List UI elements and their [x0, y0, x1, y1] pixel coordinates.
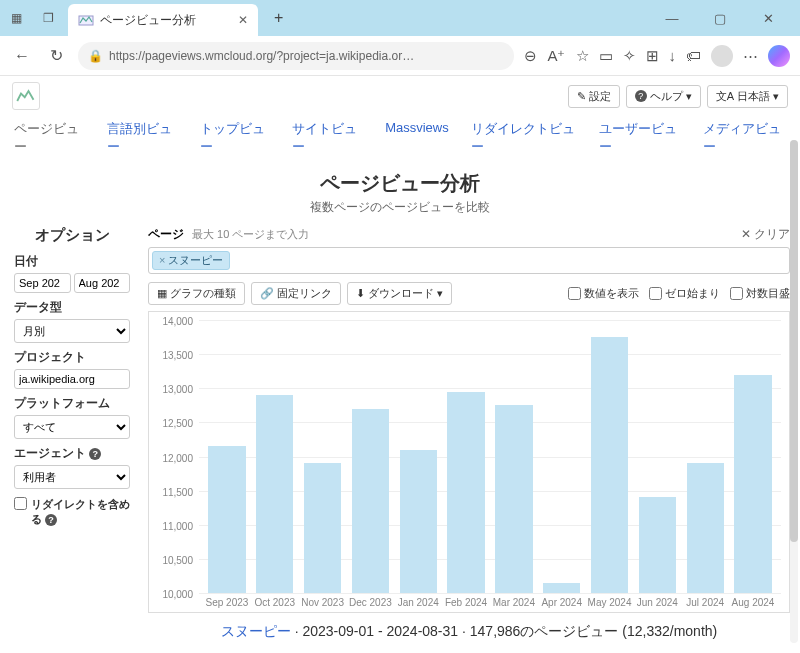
favorites-bar-icon[interactable]: ✧: [623, 47, 636, 65]
y-tick-label: 12,500: [162, 418, 193, 429]
nav-redirectviews[interactable]: リダイレクトビュー: [471, 120, 577, 156]
new-tab-button[interactable]: +: [266, 9, 291, 27]
shopping-icon[interactable]: 🏷: [686, 47, 701, 64]
grid-icon: ▦: [157, 287, 167, 300]
begin-zero-check[interactable]: ゼロ始まり: [649, 286, 720, 301]
refresh-button[interactable]: ↻: [44, 46, 68, 65]
chevron-down-icon: ▾: [686, 90, 692, 103]
y-tick-label: 14,000: [162, 316, 193, 327]
nav-userviews[interactable]: ユーザービュー: [599, 120, 682, 156]
extensions-icon[interactable]: ⊞: [646, 47, 659, 65]
pages-hint: 最大 10 ページまで入力: [192, 227, 309, 242]
back-button[interactable]: ←: [10, 47, 34, 65]
nav-siteviews[interactable]: サイトビュー: [292, 120, 363, 156]
chart-bar: [304, 463, 341, 593]
page-token[interactable]: ×スヌーピー: [152, 251, 230, 270]
chart-bar: [687, 463, 724, 593]
chart-bar: [543, 583, 580, 593]
collections-icon[interactable]: ▭: [599, 47, 613, 65]
chart-bar: [256, 395, 293, 593]
x-tick-label: Jan 2024: [394, 597, 442, 608]
x-tick-label: Jun 2024: [633, 597, 681, 608]
window-close[interactable]: ✕: [750, 11, 786, 26]
tab-title: ページビュー分析: [100, 12, 232, 29]
chart-bar: [495, 405, 532, 593]
chart-type-button[interactable]: ▦グラフの種類: [148, 282, 245, 305]
x-tick-label: Aug 2024: [729, 597, 777, 608]
help-icon: ?: [635, 90, 647, 102]
project-input[interactable]: [14, 369, 130, 389]
redirects-label: リダイレクトを含める ?: [31, 497, 130, 527]
nav-pageviews[interactable]: ページビュー: [14, 120, 85, 156]
read-aloud-icon[interactable]: A⁺: [547, 47, 565, 65]
date-label: 日付: [14, 253, 130, 270]
x-tick-label: Apr 2024: [538, 597, 586, 608]
link-icon: 🔗: [260, 287, 274, 300]
download-button[interactable]: ⬇ダウンロード ▾: [347, 282, 452, 305]
datatype-label: データ型: [14, 299, 130, 316]
token-remove-icon[interactable]: ×: [159, 254, 165, 266]
language-button[interactable]: 文A日本語▾: [707, 85, 788, 108]
chart: 10,00010,50011,00011,50012,00012,50013,0…: [148, 311, 790, 613]
permalink-button[interactable]: 🔗固定リンク: [251, 282, 341, 305]
window-maximize[interactable]: ▢: [702, 11, 738, 26]
settings-button[interactable]: ✎設定: [568, 85, 620, 108]
page-subtitle: 複数ページのページビューを比較: [0, 199, 800, 216]
pencil-icon: ✎: [577, 90, 586, 103]
x-tick-label: May 2024: [586, 597, 634, 608]
app-logo: [12, 82, 40, 110]
nav-massviews[interactable]: Massviews: [385, 120, 449, 156]
datatype-select[interactable]: 月別: [14, 319, 130, 343]
summary-link[interactable]: スヌーピー: [221, 623, 291, 639]
agent-select[interactable]: 利用者: [14, 465, 130, 489]
tool-nav: ページビュー 言語別ビュー トップビュー サイトビュー Massviews リダ…: [0, 116, 800, 166]
pages-label: ページ: [148, 226, 184, 243]
profile-avatar[interactable]: [711, 45, 733, 67]
date-to-input[interactable]: [74, 273, 131, 293]
zoom-icon[interactable]: ⊖: [524, 47, 537, 65]
copilot-icon[interactable]: [768, 45, 790, 67]
chart-bar: [208, 446, 245, 593]
chart-bar: [447, 392, 484, 593]
tab-favicon: [78, 12, 94, 28]
agent-label: エージェント ?: [14, 445, 130, 462]
help-button[interactable]: ?ヘルプ▾: [626, 85, 701, 108]
platform-label: プラットフォーム: [14, 395, 130, 412]
show-values-check[interactable]: 数値を表示: [568, 286, 639, 301]
chart-bar: [400, 450, 437, 593]
nav-langviews[interactable]: 言語別ビュー: [107, 120, 178, 156]
chevron-down-icon: ▾: [437, 287, 443, 300]
favorite-icon[interactable]: ☆: [576, 47, 589, 65]
help-icon[interactable]: ?: [45, 514, 57, 526]
clear-button[interactable]: ✕ クリア: [741, 226, 790, 243]
y-tick-label: 11,500: [162, 486, 193, 497]
nav-mediaviews[interactable]: メディアビュー: [703, 120, 786, 156]
tab-close-icon[interactable]: ✕: [238, 13, 248, 27]
x-tick-label: Dec 2023: [346, 597, 394, 608]
chart-bar: [352, 409, 389, 593]
app-header: ✎設定 ?ヘルプ▾ 文A日本語▾: [0, 76, 800, 116]
chevron-down-icon: ▾: [773, 90, 779, 103]
redirects-checkbox[interactable]: [14, 497, 27, 510]
page-title-block: ページビュー分析 複数ページのページビューを比較: [0, 166, 800, 226]
window-minimize[interactable]: —: [654, 11, 690, 26]
more-menu-icon[interactable]: ⋯: [743, 47, 758, 65]
date-from-input[interactable]: [14, 273, 71, 293]
download-icon: ⬇: [356, 287, 365, 300]
app-menu-icon[interactable]: ▦: [4, 6, 28, 30]
platform-select[interactable]: すべて: [14, 415, 130, 439]
nav-topviews[interactable]: トップビュー: [200, 120, 271, 156]
help-icon[interactable]: ?: [89, 448, 101, 460]
address-bar[interactable]: 🔒 https://pageviews.wmcloud.org/?project…: [78, 42, 514, 70]
lock-icon: 🔒: [88, 49, 103, 63]
url-text: https://pageviews.wmcloud.org/?project=j…: [109, 49, 414, 63]
browser-toolbar: ← ↻ 🔒 https://pageviews.wmcloud.org/?pro…: [0, 36, 800, 76]
log-scale-check[interactable]: 対数目盛: [730, 286, 790, 301]
browser-tab[interactable]: ページビュー分析 ✕: [68, 4, 258, 36]
downloads-icon[interactable]: ↓: [669, 47, 677, 64]
pages-input[interactable]: ×スヌーピー: [148, 247, 790, 274]
page-scrollbar[interactable]: [790, 140, 798, 643]
project-label: プロジェクト: [14, 349, 130, 366]
workspaces-icon[interactable]: ❐: [36, 6, 60, 30]
options-sidebar: オプション 日付 データ型 月別 プロジェクト プラットフォーム すべて エージ…: [10, 226, 136, 653]
